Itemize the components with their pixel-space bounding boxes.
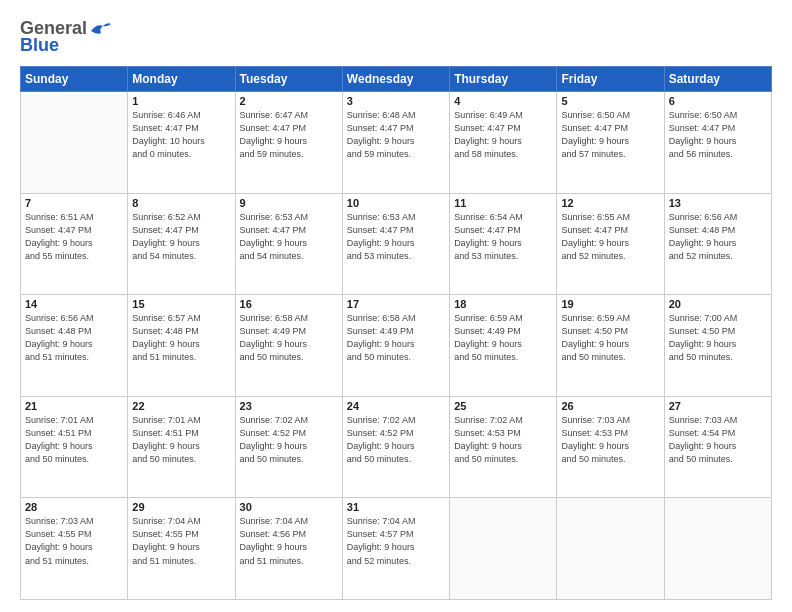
day-number: 31: [347, 501, 445, 513]
day-info: Sunrise: 6:49 AMSunset: 4:47 PMDaylight:…: [454, 109, 552, 161]
day-info: Sunrise: 7:04 AMSunset: 4:57 PMDaylight:…: [347, 515, 445, 567]
day-info: Sunrise: 6:59 AMSunset: 4:49 PMDaylight:…: [454, 312, 552, 364]
calendar-cell: 4Sunrise: 6:49 AMSunset: 4:47 PMDaylight…: [450, 92, 557, 194]
day-number: 30: [240, 501, 338, 513]
day-info: Sunrise: 6:48 AMSunset: 4:47 PMDaylight:…: [347, 109, 445, 161]
calendar-cell: 10Sunrise: 6:53 AMSunset: 4:47 PMDayligh…: [342, 193, 449, 295]
calendar-cell: [557, 498, 664, 600]
calendar-header-row: SundayMondayTuesdayWednesdayThursdayFrid…: [21, 67, 772, 92]
calendar-cell: 3Sunrise: 6:48 AMSunset: 4:47 PMDaylight…: [342, 92, 449, 194]
day-info: Sunrise: 6:51 AMSunset: 4:47 PMDaylight:…: [25, 211, 123, 263]
calendar-cell: 2Sunrise: 6:47 AMSunset: 4:47 PMDaylight…: [235, 92, 342, 194]
logo-bird-icon: [89, 21, 111, 37]
day-info: Sunrise: 6:47 AMSunset: 4:47 PMDaylight:…: [240, 109, 338, 161]
day-info: Sunrise: 6:57 AMSunset: 4:48 PMDaylight:…: [132, 312, 230, 364]
calendar-cell: 20Sunrise: 7:00 AMSunset: 4:50 PMDayligh…: [664, 295, 771, 397]
day-info: Sunrise: 6:56 AMSunset: 4:48 PMDaylight:…: [669, 211, 767, 263]
calendar-cell: 18Sunrise: 6:59 AMSunset: 4:49 PMDayligh…: [450, 295, 557, 397]
day-number: 12: [561, 197, 659, 209]
day-info: Sunrise: 6:46 AMSunset: 4:47 PMDaylight:…: [132, 109, 230, 161]
day-number: 7: [25, 197, 123, 209]
day-number: 11: [454, 197, 552, 209]
day-number: 26: [561, 400, 659, 412]
calendar-cell: [21, 92, 128, 194]
day-info: Sunrise: 7:03 AMSunset: 4:54 PMDaylight:…: [669, 414, 767, 466]
day-number: 8: [132, 197, 230, 209]
day-number: 17: [347, 298, 445, 310]
calendar-cell: 13Sunrise: 6:56 AMSunset: 4:48 PMDayligh…: [664, 193, 771, 295]
calendar-cell: 24Sunrise: 7:02 AMSunset: 4:52 PMDayligh…: [342, 396, 449, 498]
day-number: 29: [132, 501, 230, 513]
calendar-cell: [664, 498, 771, 600]
day-info: Sunrise: 7:02 AMSunset: 4:53 PMDaylight:…: [454, 414, 552, 466]
day-of-week-header: Thursday: [450, 67, 557, 92]
calendar-cell: 21Sunrise: 7:01 AMSunset: 4:51 PMDayligh…: [21, 396, 128, 498]
day-number: 5: [561, 95, 659, 107]
calendar-cell: 11Sunrise: 6:54 AMSunset: 4:47 PMDayligh…: [450, 193, 557, 295]
day-number: 1: [132, 95, 230, 107]
day-number: 18: [454, 298, 552, 310]
calendar-cell: 22Sunrise: 7:01 AMSunset: 4:51 PMDayligh…: [128, 396, 235, 498]
day-info: Sunrise: 6:58 AMSunset: 4:49 PMDaylight:…: [240, 312, 338, 364]
day-info: Sunrise: 7:04 AMSunset: 4:55 PMDaylight:…: [132, 515, 230, 567]
day-info: Sunrise: 7:02 AMSunset: 4:52 PMDaylight:…: [347, 414, 445, 466]
day-number: 15: [132, 298, 230, 310]
day-number: 22: [132, 400, 230, 412]
calendar-cell: 5Sunrise: 6:50 AMSunset: 4:47 PMDaylight…: [557, 92, 664, 194]
calendar-cell: 6Sunrise: 6:50 AMSunset: 4:47 PMDaylight…: [664, 92, 771, 194]
calendar-week-row: 7Sunrise: 6:51 AMSunset: 4:47 PMDaylight…: [21, 193, 772, 295]
day-number: 21: [25, 400, 123, 412]
calendar-cell: 27Sunrise: 7:03 AMSunset: 4:54 PMDayligh…: [664, 396, 771, 498]
calendar-cell: 25Sunrise: 7:02 AMSunset: 4:53 PMDayligh…: [450, 396, 557, 498]
day-number: 24: [347, 400, 445, 412]
day-number: 3: [347, 95, 445, 107]
calendar-cell: 19Sunrise: 6:59 AMSunset: 4:50 PMDayligh…: [557, 295, 664, 397]
day-number: 28: [25, 501, 123, 513]
header: General Blue: [20, 18, 772, 56]
logo-blue-text: Blue: [20, 35, 59, 56]
day-of-week-header: Friday: [557, 67, 664, 92]
calendar-cell: 8Sunrise: 6:52 AMSunset: 4:47 PMDaylight…: [128, 193, 235, 295]
logo: General Blue: [20, 18, 111, 56]
calendar-cell: 17Sunrise: 6:58 AMSunset: 4:49 PMDayligh…: [342, 295, 449, 397]
calendar-cell: 15Sunrise: 6:57 AMSunset: 4:48 PMDayligh…: [128, 295, 235, 397]
day-info: Sunrise: 7:02 AMSunset: 4:52 PMDaylight:…: [240, 414, 338, 466]
day-info: Sunrise: 6:59 AMSunset: 4:50 PMDaylight:…: [561, 312, 659, 364]
calendar-cell: 14Sunrise: 6:56 AMSunset: 4:48 PMDayligh…: [21, 295, 128, 397]
day-info: Sunrise: 6:52 AMSunset: 4:47 PMDaylight:…: [132, 211, 230, 263]
day-info: Sunrise: 6:50 AMSunset: 4:47 PMDaylight:…: [561, 109, 659, 161]
calendar-cell: 16Sunrise: 6:58 AMSunset: 4:49 PMDayligh…: [235, 295, 342, 397]
day-of-week-header: Saturday: [664, 67, 771, 92]
day-of-week-header: Monday: [128, 67, 235, 92]
calendar-cell: 1Sunrise: 6:46 AMSunset: 4:47 PMDaylight…: [128, 92, 235, 194]
calendar-cell: 28Sunrise: 7:03 AMSunset: 4:55 PMDayligh…: [21, 498, 128, 600]
day-number: 27: [669, 400, 767, 412]
day-number: 6: [669, 95, 767, 107]
day-number: 4: [454, 95, 552, 107]
day-info: Sunrise: 7:01 AMSunset: 4:51 PMDaylight:…: [132, 414, 230, 466]
calendar-cell: [450, 498, 557, 600]
day-info: Sunrise: 6:55 AMSunset: 4:47 PMDaylight:…: [561, 211, 659, 263]
day-number: 13: [669, 197, 767, 209]
calendar-cell: 26Sunrise: 7:03 AMSunset: 4:53 PMDayligh…: [557, 396, 664, 498]
calendar-week-row: 14Sunrise: 6:56 AMSunset: 4:48 PMDayligh…: [21, 295, 772, 397]
day-info: Sunrise: 6:56 AMSunset: 4:48 PMDaylight:…: [25, 312, 123, 364]
day-number: 2: [240, 95, 338, 107]
calendar-cell: 9Sunrise: 6:53 AMSunset: 4:47 PMDaylight…: [235, 193, 342, 295]
day-number: 23: [240, 400, 338, 412]
page: General Blue SundayMondayTuesdayWednesda…: [0, 0, 792, 612]
day-number: 9: [240, 197, 338, 209]
calendar-cell: 30Sunrise: 7:04 AMSunset: 4:56 PMDayligh…: [235, 498, 342, 600]
calendar-week-row: 1Sunrise: 6:46 AMSunset: 4:47 PMDaylight…: [21, 92, 772, 194]
calendar-table: SundayMondayTuesdayWednesdayThursdayFrid…: [20, 66, 772, 600]
day-info: Sunrise: 7:03 AMSunset: 4:53 PMDaylight:…: [561, 414, 659, 466]
day-info: Sunrise: 6:54 AMSunset: 4:47 PMDaylight:…: [454, 211, 552, 263]
day-info: Sunrise: 6:58 AMSunset: 4:49 PMDaylight:…: [347, 312, 445, 364]
calendar-cell: 12Sunrise: 6:55 AMSunset: 4:47 PMDayligh…: [557, 193, 664, 295]
day-info: Sunrise: 7:01 AMSunset: 4:51 PMDaylight:…: [25, 414, 123, 466]
calendar-week-row: 28Sunrise: 7:03 AMSunset: 4:55 PMDayligh…: [21, 498, 772, 600]
day-number: 16: [240, 298, 338, 310]
day-info: Sunrise: 7:03 AMSunset: 4:55 PMDaylight:…: [25, 515, 123, 567]
calendar-cell: 29Sunrise: 7:04 AMSunset: 4:55 PMDayligh…: [128, 498, 235, 600]
day-number: 10: [347, 197, 445, 209]
